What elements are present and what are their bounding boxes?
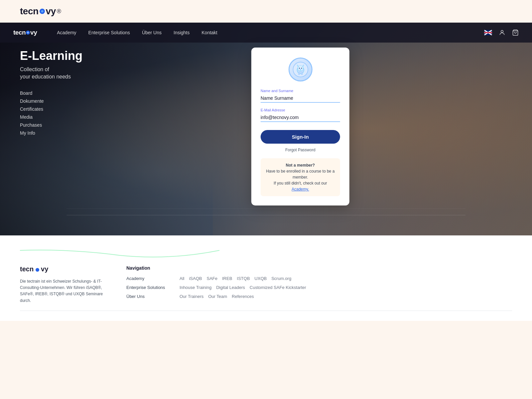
svg-point-8 <box>302 68 302 68</box>
footer-top: tecn vy Die tectrain ist ein Schweizer S… <box>20 265 512 311</box>
footer-logo-text-pre: tecn <box>20 265 34 273</box>
sign-in-button[interactable]: Sign-In <box>261 130 340 144</box>
svg-point-7 <box>299 68 300 68</box>
footer-link-digital-leaders[interactable]: Digital Leaders <box>216 285 245 290</box>
main-logo: tecn vy ® <box>20 6 61 17</box>
footer-nav-row-enterprise: Enterprise Solutions Inhouse Training Di… <box>126 285 512 290</box>
svg-point-0 <box>501 30 503 33</box>
hero-nav-certificates[interactable]: Certificates <box>20 106 82 112</box>
footer-brand: tecn vy Die tectrain ist ein Schweizer S… <box>20 265 106 304</box>
svg-point-4 <box>298 66 303 71</box>
user-icon-button[interactable] <box>499 29 505 36</box>
nav-link-academy[interactable]: Academy <box>57 30 76 35</box>
footer-link-team[interactable]: Our Team <box>208 294 227 299</box>
not-member-box: Not a member? Have to be enrolled in a c… <box>261 158 340 196</box>
hero-nav-list: Board Dokumente Certificates Media Purch… <box>20 90 82 136</box>
avatar-icon <box>292 62 308 77</box>
footer-link-inhouse[interactable]: Inhouse Training <box>180 285 211 290</box>
footer-link-all[interactable]: All <box>180 276 184 281</box>
login-card: Name and Surname E-Mail Adresse Sign-In … <box>251 48 349 205</box>
footer-link-references[interactable]: References <box>232 294 254 299</box>
nav-link-enterprise[interactable]: Enterprise Solutions <box>88 30 130 35</box>
language-flag-icon[interactable] <box>484 30 492 35</box>
email-label: E-Mail Adresse <box>261 108 340 112</box>
footer-nav-links-enterprise: Inhouse Training Digital Leaders Customi… <box>180 285 306 290</box>
footer-category-enterprise: Enterprise Solutions <box>126 285 173 290</box>
nav-link-uber-uns[interactable]: Über Uns <box>142 30 162 35</box>
footer-link-uxqb[interactable]: UXQB <box>254 276 267 281</box>
notebook-line-1 <box>66 215 466 215</box>
avatar <box>288 58 312 81</box>
footer-link-safe-kickstarter[interactable]: Customized SAFe Kickstarter <box>250 285 306 290</box>
footer-link-safe[interactable]: SAFe <box>206 276 217 281</box>
footer-curve <box>20 249 512 259</box>
svg-point-5 <box>299 67 300 68</box>
svg-rect-11 <box>301 73 303 75</box>
logo-text-pre: tecn <box>20 6 39 17</box>
name-label: Name and Surname <box>261 89 340 93</box>
nav-logo: tecn vy <box>13 29 37 36</box>
curve-svg <box>20 249 219 259</box>
svg-point-9 <box>300 69 301 70</box>
hero-section: tecn vy Academy Enterprise Solutions Übe… <box>0 23 532 235</box>
nav-link-insights[interactable]: Insights <box>174 30 190 35</box>
svg-point-6 <box>301 67 302 68</box>
avatar-container <box>261 58 340 81</box>
footer-category-academy: Academy <box>126 276 173 281</box>
footer-nav-title: Navigation <box>126 265 512 271</box>
footer-logo-text-post: vy <box>41 265 48 273</box>
cart-icon-button[interactable] <box>512 29 519 36</box>
footer-link-istqb[interactable]: ISTQB <box>237 276 250 281</box>
forgot-password-link[interactable]: Forgot Password <box>261 148 340 152</box>
nav-links: Academy Enterprise Solutions Über Uns In… <box>57 30 484 35</box>
not-member-title: Not a member? <box>265 162 335 168</box>
top-bar: tecn vy ® <box>0 0 532 23</box>
logo-text-post: vy <box>46 6 56 17</box>
name-field-group: Name and Surname <box>261 89 340 103</box>
footer-nav-links-uber-uns: Our Trainers Our Team References <box>180 294 254 299</box>
name-input[interactable] <box>261 94 340 103</box>
footer-section: tecn vy Die tectrain ist ein Schweizer S… <box>0 235 532 321</box>
email-input[interactable] <box>261 113 340 122</box>
logo-trademark: ® <box>57 8 61 15</box>
hero-description: Collection of your education needs <box>20 66 82 81</box>
footer-nav: Navigation Academy All iSAQB SAFe IREB I… <box>126 265 512 304</box>
footer-link-trainers[interactable]: Our Trainers <box>180 294 203 299</box>
footer-logo-o-icon <box>36 268 39 272</box>
navbar: tecn vy Academy Enterprise Solutions Übe… <box>0 23 532 43</box>
nav-logo-text-pre: tecn <box>13 29 26 36</box>
footer-nav-links-academy: All iSAQB SAFe IREB ISTQB UXQB Scrum.org <box>180 276 291 281</box>
footer-nav-row-academy: Academy All iSAQB SAFe IREB ISTQB UXQB S… <box>126 276 512 281</box>
nav-link-kontakt[interactable]: Kontakt <box>201 30 217 35</box>
academy-link[interactable]: Academy. <box>292 187 309 192</box>
notebook-line-2 <box>66 208 466 209</box>
hero-content: E-Learning Collection of your education … <box>20 49 82 136</box>
footer-category-uber-uns: Über Uns <box>126 294 173 299</box>
footer-link-scrum[interactable]: Scrum.org <box>271 276 291 281</box>
hero-nav-media[interactable]: Media <box>20 114 82 120</box>
footer-description: Die tectrain ist ein Schweizer Schulungs… <box>20 278 106 304</box>
email-field-group: E-Mail Adresse <box>261 108 340 122</box>
hero-nav-my-info[interactable]: My Info <box>20 130 82 136</box>
footer-link-isaqb[interactable]: iSAQB <box>189 276 202 281</box>
hero-nav-board[interactable]: Board <box>20 90 82 96</box>
hero-nav-dokumente[interactable]: Dokumente <box>20 98 82 104</box>
footer-logo: tecn vy <box>20 265 106 273</box>
nav-logo-o-icon <box>26 31 30 35</box>
hero-title: E-Learning <box>20 49 82 63</box>
logo-o-icon <box>40 9 45 14</box>
hero-nav-purchases[interactable]: Purchases <box>20 122 82 128</box>
nav-logo-text-post: vy <box>30 29 37 36</box>
footer-nav-row-uber-uns: Über Uns Our Trainers Our Team Reference… <box>126 294 512 299</box>
svg-rect-10 <box>298 73 300 75</box>
not-member-text: Have to be enrolled in a course to be a … <box>265 168 335 192</box>
nav-icons <box>484 29 519 36</box>
footer-link-ireb[interactable]: IREB <box>222 276 232 281</box>
